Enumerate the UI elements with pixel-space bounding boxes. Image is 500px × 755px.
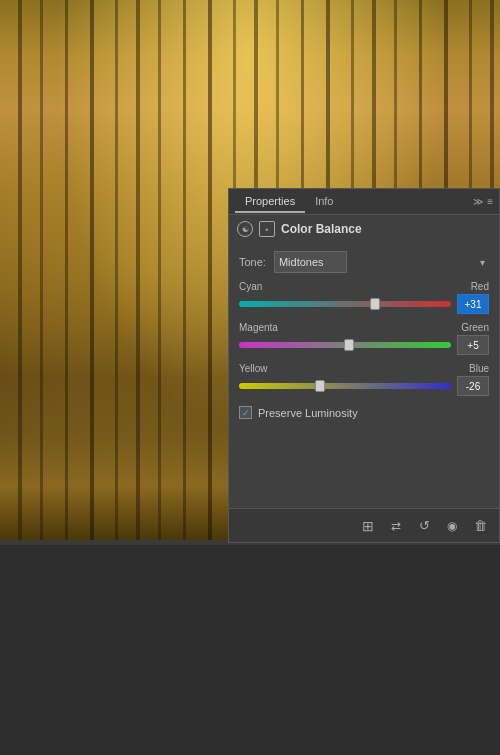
tone-label: Tone:	[239, 256, 266, 268]
magenta-green-slider-row: Magenta Green +5	[239, 322, 489, 355]
preserve-luminosity-checkbox[interactable]: ✓	[239, 406, 252, 419]
cyan-red-track[interactable]	[239, 301, 451, 307]
preserve-luminosity-label: Preserve Luminosity	[258, 407, 358, 419]
tab-arrows: ≫ ≡	[473, 196, 493, 207]
cyan-red-labels: Cyan Red	[239, 281, 489, 292]
panel-menu-icon[interactable]: ≡	[487, 196, 493, 207]
eye-icon: ◉	[447, 519, 457, 533]
panel-footer: ⊞ ⇄ ↺ ◉ 🗑	[229, 508, 499, 542]
cyan-red-thumb[interactable]	[370, 298, 380, 310]
yellow-label: Yellow	[239, 363, 268, 374]
magenta-green-track-container: +5	[239, 335, 489, 355]
yellow-blue-thumb[interactable]	[315, 380, 325, 392]
tab-properties[interactable]: Properties	[235, 191, 305, 213]
green-label: Green	[461, 322, 489, 333]
panel-title: Color Balance	[281, 222, 362, 236]
yellow-blue-labels: Yellow Blue	[239, 363, 489, 374]
previous-state-button[interactable]: ⇄	[385, 515, 407, 537]
reset-button[interactable]: ↺	[413, 515, 435, 537]
tone-select[interactable]: Shadows Midtones Highlights	[274, 251, 347, 273]
reset-icon: ↺	[419, 518, 430, 533]
tone-select-wrapper: Shadows Midtones Highlights	[274, 251, 489, 273]
yellow-blue-track[interactable]	[239, 383, 451, 389]
cyan-red-value[interactable]: +31	[457, 294, 489, 314]
tone-row: Tone: Shadows Midtones Highlights	[239, 251, 489, 273]
clip-to-layer-button[interactable]: ⊞	[357, 515, 379, 537]
cyan-label: Cyan	[239, 281, 262, 292]
cyan-red-slider-row: Cyan Red +31	[239, 281, 489, 314]
yellow-blue-track-container: -26	[239, 376, 489, 396]
panel-header: ☯ ▪ Color Balance	[229, 215, 499, 243]
properties-panel: Properties Info ≫ ≡ ☯ ▪ Color Balance To…	[228, 188, 500, 543]
tabs-expand-icon[interactable]: ≫	[473, 196, 483, 207]
delete-button[interactable]: 🗑	[469, 515, 491, 537]
blue-label: Blue	[469, 363, 489, 374]
red-label: Red	[471, 281, 489, 292]
clip-icon: ⊞	[362, 518, 374, 534]
adjustment-yin-yang-icon: ☯	[237, 221, 253, 237]
tab-info[interactable]: Info	[305, 191, 343, 213]
tab-bar: Properties Info ≫ ≡	[229, 189, 499, 215]
magenta-green-thumb[interactable]	[344, 339, 354, 351]
cycle-icon: ⇄	[391, 519, 401, 533]
cyan-red-track-container: +31	[239, 294, 489, 314]
bottom-bar	[0, 545, 500, 755]
magenta-label: Magenta	[239, 322, 278, 333]
trash-icon: 🗑	[474, 518, 487, 533]
layer-thumbnail-icon: ▪	[259, 221, 275, 237]
yellow-blue-value[interactable]: -26	[457, 376, 489, 396]
checkbox-check-icon: ✓	[242, 408, 250, 418]
panel-content: Tone: Shadows Midtones Highlights Cyan R…	[229, 243, 499, 508]
yellow-blue-slider-row: Yellow Blue -26	[239, 363, 489, 396]
magenta-green-track[interactable]	[239, 342, 451, 348]
magenta-green-value[interactable]: +5	[457, 335, 489, 355]
visibility-button[interactable]: ◉	[441, 515, 463, 537]
magenta-green-labels: Magenta Green	[239, 322, 489, 333]
preserve-luminosity-row: ✓ Preserve Luminosity	[239, 406, 489, 419]
